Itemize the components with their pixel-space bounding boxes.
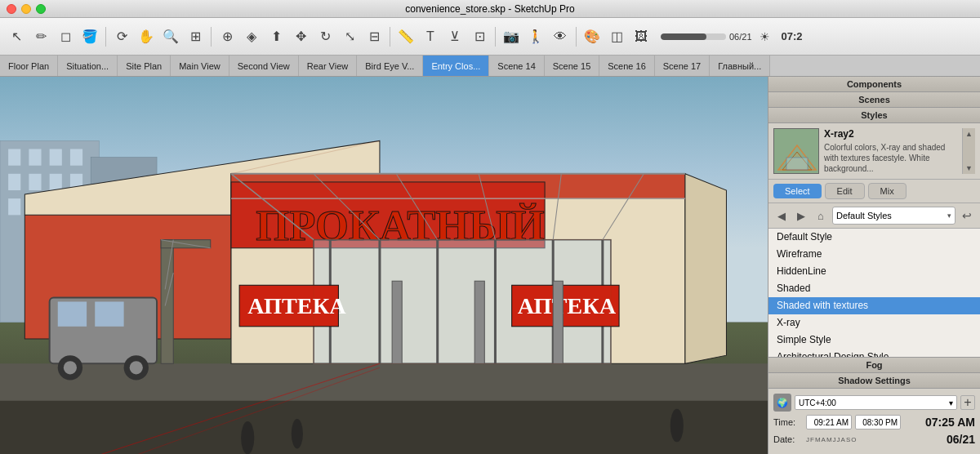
components-header[interactable]: Components bbox=[768, 77, 980, 92]
layer-btn[interactable]: ◫ bbox=[605, 25, 628, 48]
time-row: Time: 07:25 AM bbox=[773, 415, 975, 430]
style-item-hiddenline[interactable]: HiddenLine bbox=[768, 263, 980, 280]
scene-tab-rear-view[interactable]: Rear View bbox=[299, 56, 358, 77]
close-button[interactable] bbox=[7, 4, 16, 14]
svg-text:АПТЕКА: АПТЕКА bbox=[247, 293, 346, 318]
location-icon: 🌍 bbox=[773, 394, 791, 412]
style-item-simple[interactable]: Simple Style bbox=[768, 332, 980, 349]
scene-tab-site-plan[interactable]: Site Plan bbox=[118, 56, 171, 77]
styles-dropdown[interactable]: Default Styles ▾ bbox=[832, 207, 956, 225]
styles-tabs: Select Edit Mix bbox=[768, 180, 980, 203]
axes-tool[interactable]: ⊻ bbox=[443, 25, 466, 48]
panel-scroll: ▲ ▼ bbox=[962, 128, 975, 174]
orbit-tool[interactable]: ⟳ bbox=[110, 25, 133, 48]
viewport[interactable]: ПРОКАТНЫЙ АПТЕКА АПТЕКА bbox=[0, 77, 768, 454]
shadow-settings-header[interactable]: Shadow Settings bbox=[768, 373, 980, 389]
scene-tab-second-view[interactable]: Second View bbox=[229, 56, 299, 77]
svg-rect-6 bbox=[8, 149, 20, 165]
scene-tab-bird-eye[interactable]: Bird Eye V... bbox=[357, 56, 423, 77]
mix-tab[interactable]: Mix bbox=[868, 183, 906, 199]
separator5 bbox=[576, 27, 577, 47]
text-tool[interactable]: T bbox=[419, 25, 442, 48]
style-item-wireframe[interactable]: Wireframe bbox=[768, 246, 980, 263]
maximize-button[interactable] bbox=[36, 4, 46, 14]
group-tool[interactable]: ◈ bbox=[240, 25, 263, 48]
pan-tool[interactable]: ✋ bbox=[135, 25, 158, 48]
style-item-shaded-textures[interactable]: Shaded with textures bbox=[768, 297, 980, 314]
time-end-input[interactable] bbox=[855, 415, 901, 430]
scene-tab-15[interactable]: Scene 15 bbox=[545, 56, 599, 77]
month-j3: J bbox=[837, 437, 840, 443]
scroll-down[interactable]: ▼ bbox=[964, 164, 973, 172]
scroll-up[interactable]: ▲ bbox=[964, 130, 973, 138]
edit-tab[interactable]: Edit bbox=[825, 183, 865, 199]
svg-rect-45 bbox=[58, 301, 87, 326]
update-style-btn[interactable]: ↩ bbox=[959, 207, 975, 224]
panel-bottom: Fog Shadow Settings 🌍 UTC+4:00 ▾ + Time: bbox=[768, 357, 980, 454]
dropdown-label: Default Styles bbox=[836, 211, 892, 220]
forward-nav-btn[interactable]: ▶ bbox=[793, 207, 809, 224]
timezone-row: 🌍 UTC+4:00 ▾ + bbox=[773, 394, 975, 412]
style-item-xray[interactable]: X-ray bbox=[768, 314, 980, 332]
paint-tool[interactable]: 🪣 bbox=[78, 25, 101, 48]
style-item-shaded[interactable]: Shaded bbox=[768, 280, 980, 297]
svg-rect-14 bbox=[8, 198, 20, 215]
svg-rect-12 bbox=[50, 174, 62, 190]
scene-tab-main-view[interactable]: Main View bbox=[171, 56, 229, 77]
timezone-chevron-icon: ▾ bbox=[949, 398, 953, 407]
svg-rect-56 bbox=[392, 281, 402, 363]
sun-icon[interactable]: ☀ bbox=[754, 25, 777, 48]
svg-point-62 bbox=[292, 419, 303, 448]
pencil-tool[interactable]: ✏ bbox=[29, 25, 52, 48]
month-j: J bbox=[806, 437, 809, 443]
styles-header[interactable]: Styles bbox=[768, 108, 980, 123]
chevron-down-icon: ▾ bbox=[947, 211, 951, 220]
section-plane[interactable]: ⊡ bbox=[468, 25, 491, 48]
scene-tab-situation[interactable]: Situation... bbox=[58, 56, 118, 77]
select-tab[interactable]: Select bbox=[773, 184, 822, 198]
time-start-input[interactable] bbox=[806, 415, 852, 430]
timezone-selector[interactable]: UTC+4:00 ▾ bbox=[795, 395, 957, 410]
move-tool[interactable]: ✥ bbox=[289, 25, 312, 48]
arrow-tool[interactable]: ↖ bbox=[5, 25, 28, 48]
scenes-header[interactable]: Scenes bbox=[768, 92, 980, 108]
timezone-add-btn[interactable]: + bbox=[960, 395, 975, 410]
scene-tab-14[interactable]: Scene 14 bbox=[489, 56, 544, 77]
back-nav-btn[interactable]: ◀ bbox=[773, 207, 790, 224]
rotate-tool[interactable]: ↻ bbox=[314, 25, 336, 48]
zoom-extent[interactable]: ⊞ bbox=[184, 25, 207, 48]
erase-tool[interactable]: ◻ bbox=[54, 25, 77, 48]
component-tool[interactable]: ⊕ bbox=[216, 25, 238, 48]
camera-position[interactable]: 📷 bbox=[500, 25, 523, 48]
look-around[interactable]: 👁 bbox=[549, 25, 572, 48]
scene-tab-floor-plan[interactable]: Floor Plan bbox=[0, 56, 58, 77]
right-panel: Components Scenes Styles X-ray2 bbox=[768, 77, 980, 454]
material-btn[interactable]: 🖼 bbox=[630, 25, 653, 48]
scene-tab-16[interactable]: Scene 16 bbox=[599, 56, 654, 77]
scene-tab-entry-close[interactable]: Entry Clos... bbox=[423, 56, 489, 77]
month-j2: J bbox=[833, 437, 836, 443]
progress-bar-container bbox=[661, 33, 726, 40]
minimize-button[interactable] bbox=[21, 4, 31, 14]
time-label: Time: bbox=[773, 417, 803, 427]
scale-tool[interactable]: ⤡ bbox=[338, 25, 361, 48]
thumbnail-svg bbox=[774, 129, 819, 174]
svg-rect-11 bbox=[29, 174, 41, 190]
style-item-architectural[interactable]: Architectural Design Style bbox=[768, 349, 980, 357]
date-label: Date: bbox=[773, 434, 803, 444]
scene-svg: ПРОКАТНЫЙ АПТЕКА АПТЕКА bbox=[0, 77, 768, 454]
offset-tool[interactable]: ⊟ bbox=[363, 25, 385, 48]
shadow-controls: 🌍 UTC+4:00 ▾ + Time: 07:25 AM Date: bbox=[768, 389, 980, 454]
main-area: ПРОКАТНЫЙ АПТЕКА АПТЕКА bbox=[0, 77, 980, 454]
walk-tool[interactable]: 🚶 bbox=[524, 25, 547, 48]
style-name-label: X-ray2 bbox=[824, 128, 957, 140]
scene-tab-main-ru[interactable]: Главный... bbox=[710, 56, 770, 77]
fog-header[interactable]: Fog bbox=[768, 358, 980, 373]
scene-tab-17[interactable]: Scene 17 bbox=[655, 56, 710, 77]
home-nav-btn[interactable]: ⌂ bbox=[813, 207, 829, 224]
zoom-tool[interactable]: 🔍 bbox=[159, 25, 182, 48]
push-pull-tool[interactable]: ⬆ bbox=[265, 25, 287, 48]
tape-measure[interactable]: 📏 bbox=[394, 25, 417, 48]
style-item-default[interactable]: Default Style bbox=[768, 229, 980, 246]
style-btn[interactable]: 🎨 bbox=[581, 25, 604, 48]
